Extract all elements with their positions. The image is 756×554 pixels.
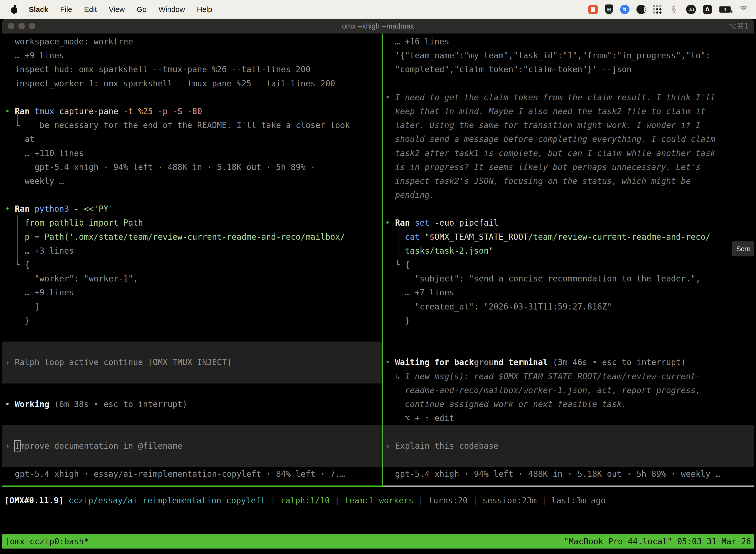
omx-status-line: [OMX#0.11.9] cczip/essay/ai-reimplementa… <box>4 493 606 508</box>
terminal-line: • Working (6m 38s • esc to interrupt) <box>2 397 382 411</box>
tmux-pane-left[interactable]: workspace_mode: worktree … +9 lines insp… <box>2 34 382 486</box>
terminal-line: ↳ 1 new msg(s): read $OMX_TEAM_STATE_ROO… <box>383 370 754 384</box>
terminal-line <box>2 384 382 397</box>
menu-item-edit[interactable]: Edit <box>84 5 97 14</box>
window-titlebar: omx --xhigh --madmax ⌥⌘1 <box>2 19 754 34</box>
terminal-line: … +3 lines <box>2 244 382 258</box>
terminal-line <box>2 411 382 425</box>
menubar-status-icons: ▦↯§..61A↯ <box>588 4 749 15</box>
moon-circle-icon[interactable] <box>636 5 646 14</box>
tree-guide-line <box>17 215 18 260</box>
tmux-status-bar: [omx-cczip0:bash* "MacBook-Pro-44.local"… <box>2 535 754 549</box>
terminal-line: • Ran tmux capture-pane -t %25 -p -S -80 <box>2 105 382 118</box>
terminal-line <box>383 328 754 341</box>
terminal-line: • Ran python3 - <<'PY' <box>2 202 382 216</box>
terminal-line: … +9 lines <box>2 286 382 299</box>
terminal-line <box>2 370 382 384</box>
terminal-line: inspect_hud: omx sparkshell --tmux-pane … <box>2 63 382 76</box>
terminal-line: continue assigned work or next feasible … <box>383 397 754 411</box>
menu-bar: SlackFileEditViewGoWindowHelp ▦↯§..61A↯ <box>0 0 756 19</box>
menu-item-slack[interactable]: Slack <box>29 5 48 14</box>
omx-status-segment: session:23m <box>483 496 537 505</box>
terminal-line: … +110 lines <box>2 147 382 160</box>
terminal-line: p = Path('.omx/state/team/review-current… <box>2 230 382 244</box>
menu-item-view[interactable]: View <box>109 5 125 14</box>
terminal-line: from pathlib import Path <box>2 216 382 230</box>
terminal-line: └ { <box>2 258 382 272</box>
terminal-line: … +16 lines <box>383 35 754 49</box>
battery-icon[interactable]: ↯ <box>719 6 731 13</box>
omx-status-segment: [OMX#0.11.9] <box>4 496 68 505</box>
omx-status-segment: team:1 workers <box>344 496 414 505</box>
terminal-line: later. Using the same for transition mig… <box>383 118 754 132</box>
terminal-line: inspect_worker-1: omx sparkshell --tmux-… <box>2 77 382 91</box>
screen-tooltip: Scre <box>732 241 754 257</box>
wifi-icon[interactable] <box>738 5 749 14</box>
terminal-line <box>2 453 382 467</box>
terminal-content: workspace_mode: worktree … +9 lines insp… <box>2 34 754 554</box>
lightning-circle-icon[interactable]: ↯ <box>620 5 630 14</box>
tree-guide-line <box>398 215 399 260</box>
shield-grid-icon[interactable]: ▦ <box>605 4 613 14</box>
hook-icon[interactable]: § <box>669 4 679 15</box>
terminal-line: workspace_mode: worktree <box>2 35 382 49</box>
pane-bottom-border-inactive <box>383 486 754 487</box>
omx-status-segment: ralph:1/10 <box>280 496 330 505</box>
menu-item-window[interactable]: Window <box>159 5 185 14</box>
tmux-pane-right[interactable]: … +16 lines '{"team_name":"my-team","tas… <box>383 34 754 486</box>
terminal-window: omx --xhigh --madmax ⌥⌘1 workspace_mode:… <box>2 19 754 554</box>
terminal-line: cat "$OMX_TEAM_STATE_ROOT/team/review-cu… <box>383 230 754 244</box>
menu-item-help[interactable]: Help <box>197 5 212 14</box>
omx-status-segment: | <box>537 496 552 505</box>
terminal-line: task2 after task1 is complete, but can I… <box>383 147 754 160</box>
dots-grid-icon[interactable] <box>653 5 662 14</box>
badge-61-icon[interactable]: ..61 <box>686 5 696 14</box>
pane-bottom-border-active <box>2 486 383 487</box>
menu-items: SlackFileEditViewGoWindowHelp <box>29 5 224 14</box>
omx-status-segment: turns:20 <box>428 496 468 505</box>
terminal-line <box>2 328 382 341</box>
terminal-line: … +9 lines <box>2 49 382 63</box>
menu-item-go[interactable]: Go <box>137 5 146 14</box>
terminal-line: … +7 lines <box>383 286 754 299</box>
omx-status-segment: | <box>330 496 344 505</box>
terminal-line: ⌥ + ↑ edit <box>383 411 754 425</box>
terminal-line <box>383 77 754 91</box>
terminal-line: at <box>2 132 382 146</box>
tmux-host-time-label: "MacBook-Pro-44.local" 05:03 31-Mar-26 <box>564 535 751 549</box>
chat-icon[interactable] <box>588 5 598 14</box>
terminal-line: ] <box>2 300 382 314</box>
terminal-line: • I need to get the claim token from the… <box>383 91 754 105</box>
omx-status-segment: | <box>468 496 483 505</box>
terminal-line: └ { <box>383 258 754 272</box>
terminal-line: └ be necessary for the end of the README… <box>2 118 382 132</box>
apple-logo-icon[interactable] <box>10 5 18 14</box>
terminal-line: tasks/task-2.json" <box>383 244 754 258</box>
omx-status-segment: cczip/essay/ai-reimplementation-copyleft <box>68 496 266 505</box>
terminal-line: keep that in mind. Maybe I also need the… <box>383 105 754 118</box>
keyboard-a-icon[interactable]: A <box>703 5 712 14</box>
terminal-line: gpt-5.4 xhigh · 94% left · 488K in · 5.1… <box>383 467 754 481</box>
terminal-line: gpt-5.4 xhigh · essay/ai-reimplementatio… <box>2 467 382 481</box>
terminal-line <box>2 188 382 202</box>
terminal-line: • Ran set -euo pipefail <box>383 216 754 230</box>
window-shortcut-badge: ⌥⌘1 <box>729 19 749 34</box>
terminal-line: › Ralph loop active continue [OMX_TMUX_I… <box>2 355 382 369</box>
terminal-line <box>383 202 754 216</box>
omx-status-segment: last:3m ago <box>551 496 606 505</box>
terminal-line: is in progress? It seems likely but perh… <box>383 160 754 174</box>
terminal-line <box>2 425 382 439</box>
terminal-line: readme-and-reco/mailbox/worker-1.json, a… <box>383 384 754 397</box>
omx-status-segment: | <box>414 496 428 505</box>
tree-guide-line <box>17 114 18 122</box>
menu-item-file[interactable]: File <box>60 5 72 14</box>
terminal-line <box>383 453 754 467</box>
terminal-line <box>2 341 382 355</box>
terminal-line: "subject": "send a concise recommendatio… <box>383 272 754 286</box>
terminal-line: } <box>383 314 754 328</box>
terminal-line: should send a message before completing … <box>383 132 754 146</box>
terminal-line: } <box>2 314 382 328</box>
terminal-line <box>383 425 754 439</box>
terminal-line: › Improve documentation in @filename <box>2 439 382 453</box>
terminal-line <box>383 341 754 355</box>
